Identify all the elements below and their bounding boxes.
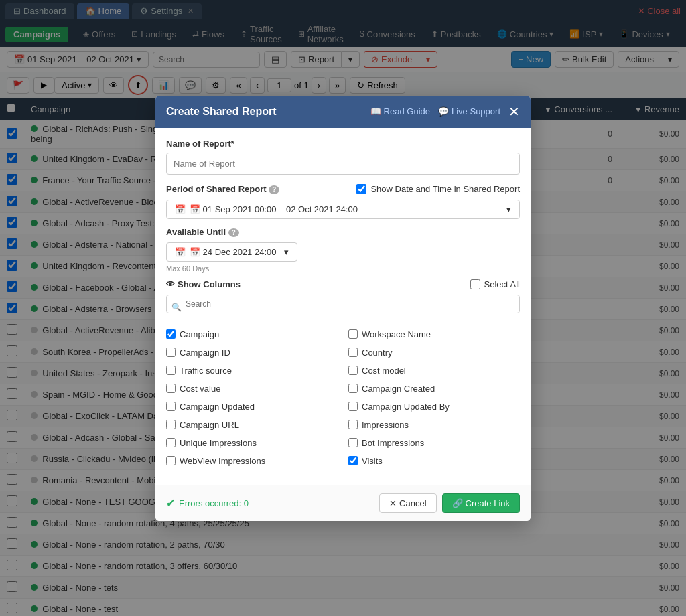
max-days-text: Max 60 Days — [166, 264, 520, 273]
column-checkbox[interactable] — [166, 329, 176, 339]
check-icon: ✔ — [166, 497, 175, 510]
create-link-button[interactable]: 🔗 Create Link — [442, 493, 520, 513]
modal-header-actions: 📖 Read Guide 💬 Live Support ✕ — [370, 105, 520, 119]
column-label: Impressions — [362, 420, 409, 430]
column-checkbox-row[interactable]: Visits — [348, 453, 520, 469]
column-checkbox[interactable] — [348, 402, 358, 411]
column-label: Campaign ID — [180, 348, 230, 358]
show-date-time-checkbox[interactable] — [356, 184, 366, 194]
column-checkbox[interactable] — [348, 420, 358, 429]
column-checkbox[interactable] — [166, 438, 176, 447]
column-label: Campaign Updated By — [362, 402, 450, 412]
link-icon: 🔗 — [452, 498, 463, 508]
column-checkbox-row[interactable]: Campaign URL — [166, 417, 338, 433]
modal-title: Create Shared Report — [166, 106, 277, 118]
period-value: 📅 01 Sep 2021 00:00 – 02 Oct 2021 24:00 — [190, 204, 358, 214]
modal-header: Create Shared Report 📖 Read Guide 💬 Live… — [155, 96, 531, 128]
columns-grid: Campaign Workspace Name Campaign ID Coun… — [166, 327, 520, 474]
column-label: Visits — [362, 456, 383, 466]
column-checkbox[interactable] — [348, 366, 358, 375]
columns-search-input[interactable] — [166, 295, 520, 313]
column-checkbox[interactable] — [348, 348, 358, 357]
column-checkbox[interactable] — [348, 438, 358, 447]
column-checkbox-row[interactable]: Unique Visits — [166, 471, 338, 474]
read-guide-link[interactable]: 📖 Read Guide — [370, 106, 430, 117]
show-date-time-text: Show Date and Time in Shared Report — [370, 184, 520, 194]
chevron-available-icon: ▾ — [284, 247, 289, 257]
column-label: Campaign URL — [180, 420, 239, 430]
chevron-period-icon: ▾ — [506, 204, 511, 214]
read-guide-label: Read Guide — [384, 106, 430, 117]
cancel-button[interactable]: ✕ Cancel — [379, 493, 436, 513]
column-checkbox-row[interactable]: Campaign Updated By — [348, 399, 520, 414]
column-checkbox-row[interactable]: Campaign ID — [166, 345, 338, 360]
period-select-button[interactable]: 📅 📅 01 Sep 2021 00:00 – 02 Oct 2021 24:0… — [166, 200, 520, 219]
select-all-label[interactable]: Select All — [470, 279, 520, 289]
column-checkbox-row[interactable]: Bot Impressions — [348, 435, 520, 451]
column-checkbox-row[interactable]: Traffic source — [166, 363, 338, 378]
column-label: Campaign Created — [362, 384, 435, 394]
chat-icon: 💬 — [438, 106, 449, 117]
column-checkbox-row[interactable]: Workspace Name — [348, 327, 520, 342]
available-until-select-wrap: 📅 📅 24 Dec 2021 24:00 ▾ — [166, 242, 520, 262]
period-select-wrap: 📅 📅 01 Sep 2021 00:00 – 02 Oct 2021 24:0… — [166, 200, 520, 219]
column-label: Campaign Updated — [180, 402, 255, 412]
column-checkbox[interactable] — [348, 384, 358, 393]
show-date-time-label[interactable]: Show Date and Time in Shared Report — [356, 184, 520, 194]
available-until-value: 📅 24 Dec 2021 24:00 — [190, 247, 276, 257]
column-checkbox[interactable] — [166, 402, 176, 411]
column-checkbox-row[interactable]: Cost value — [166, 381, 338, 396]
column-label: Campaign — [180, 329, 219, 339]
column-label: WebView Impressions — [180, 456, 265, 466]
column-checkbox-row[interactable]: Campaign Updated — [166, 399, 338, 414]
column-checkbox[interactable] — [166, 456, 176, 465]
column-checkbox-row[interactable]: Bot Visits — [348, 471, 520, 474]
create-link-label: Create Link — [466, 498, 510, 508]
name-of-report-group: Name of Report* — [166, 139, 520, 175]
available-until-row: Available Until ? — [166, 227, 520, 237]
column-checkbox-row[interactable]: Campaign — [166, 327, 338, 342]
modal-overlay[interactable]: Create Shared Report 📖 Read Guide 💬 Live… — [0, 0, 686, 616]
period-row: Period of Shared Report ? Show Date and … — [166, 184, 520, 194]
cancel-icon: ✕ — [389, 498, 397, 508]
column-label: Country — [362, 348, 393, 358]
modal-close-button[interactable]: ✕ — [508, 105, 520, 119]
column-checkbox[interactable] — [166, 420, 176, 429]
select-all-text: Select All — [484, 279, 520, 289]
column-checkbox-row[interactable]: Campaign Created — [348, 381, 520, 396]
show-columns-header: 👁 Show Columns Select All — [166, 279, 520, 289]
available-until-button[interactable]: 📅 📅 24 Dec 2021 24:00 ▾ — [166, 242, 297, 262]
calendar-available-icon: 📅 — [175, 247, 186, 257]
column-checkbox-row[interactable]: WebView Impressions — [166, 453, 338, 469]
calendar-period-icon: 📅 — [175, 204, 186, 214]
eye-columns-icon: 👁 — [166, 279, 175, 289]
errors-label: Errors occurred: 0 — [179, 498, 249, 508]
column-label: Cost value — [180, 384, 220, 394]
column-label: Workspace Name — [362, 329, 431, 339]
column-checkbox-row[interactable]: Unique Impressions — [166, 435, 338, 451]
live-support-link[interactable]: 💬 Live Support — [438, 106, 500, 117]
create-shared-report-modal: Create Shared Report 📖 Read Guide 💬 Live… — [155, 96, 531, 521]
cancel-label: Cancel — [399, 498, 426, 508]
column-label: Traffic source — [180, 366, 232, 376]
column-checkbox[interactable] — [166, 348, 176, 357]
column-checkbox-row[interactable]: Country — [348, 345, 520, 360]
name-of-report-label: Name of Report* — [166, 139, 520, 149]
name-of-report-input[interactable] — [166, 153, 520, 175]
column-label: Cost model — [362, 366, 406, 376]
select-all-columns-checkbox[interactable] — [470, 279, 480, 289]
help-available-icon: ? — [228, 228, 239, 237]
live-support-label: Live Support — [452, 106, 500, 117]
search-columns-icon: 🔍 — [172, 303, 182, 312]
columns-search-wrap: 🔍 — [166, 295, 520, 320]
column-checkbox[interactable] — [348, 456, 358, 465]
column-checkbox-row[interactable]: Cost model — [348, 363, 520, 378]
column-checkbox[interactable] — [166, 384, 176, 393]
error-status: ✔ Errors occurred: 0 — [166, 497, 249, 510]
column-checkbox[interactable] — [348, 329, 358, 339]
column-label: Bot Impressions — [362, 438, 424, 448]
column-checkbox-row[interactable]: Impressions — [348, 417, 520, 433]
period-label: Period of Shared Report ? — [166, 184, 279, 194]
column-checkbox[interactable] — [166, 366, 176, 375]
book-icon: 📖 — [370, 106, 381, 117]
